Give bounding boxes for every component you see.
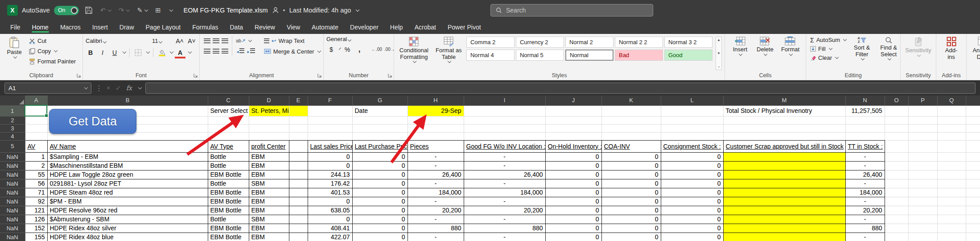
cell-J5[interactable]: On-Hold Inventory :: [545, 140, 601, 152]
cell-filler-NaN[interactable]: [966, 170, 980, 179]
cell-LNaN[interactable]: 0: [661, 224, 723, 233]
tab-view[interactable]: View: [281, 22, 306, 34]
cell-KNaN[interactable]: 0: [601, 224, 661, 233]
comma-format-button[interactable]: ,: [354, 44, 364, 54]
cell-KNaN[interactable]: 0: [601, 161, 661, 170]
row-header-3[interactable]: 3: [0, 124, 25, 132]
row-header-NaN[interactable]: NaN: [0, 161, 25, 170]
gallery-scrollbar[interactable]: ▲▼⌄: [716, 37, 722, 70]
cell-LNaN[interactable]: 0: [661, 215, 723, 224]
cell-A2[interactable]: [25, 116, 47, 124]
align-left-icon[interactable]: [204, 49, 210, 54]
align-middle-icon[interactable]: [213, 38, 219, 43]
cell-BNaN[interactable]: HDPE Law Toggle 28oz green: [47, 170, 208, 179]
cell-N1[interactable]: 11,257,505: [845, 105, 885, 116]
col-header-J[interactable]: J: [545, 96, 601, 105]
cell-GNaN[interactable]: 0: [352, 224, 408, 233]
cell-NNaN[interactable]: 880: [845, 224, 885, 233]
cell-L2[interactable]: [661, 116, 723, 124]
cell-filler-NaN[interactable]: [966, 224, 980, 233]
increase-font-button[interactable]: A˄: [175, 36, 185, 46]
borders-button[interactable]: [133, 47, 143, 58]
cell-FNaN[interactable]: 176.42: [308, 179, 352, 188]
cell-CNaN[interactable]: Bottle: [208, 152, 249, 161]
cell-KNaN[interactable]: 0: [601, 233, 661, 241]
cell-A3[interactable]: [25, 124, 47, 132]
cell-FNaN[interactable]: 638.05: [308, 206, 352, 215]
cell-INaN[interactable]: -: [464, 197, 545, 206]
cell-D2[interactable]: [249, 116, 289, 124]
cell-INaN[interactable]: 20,200: [464, 206, 545, 215]
bold-button[interactable]: B: [86, 47, 95, 58]
cell-F4[interactable]: [308, 132, 352, 140]
cell-ENaN[interactable]: [289, 197, 308, 206]
cell-PNaN[interactable]: [908, 152, 937, 161]
cell-LNaN[interactable]: 0: [661, 188, 723, 197]
cell-A5[interactable]: AV: [25, 140, 47, 152]
col-header-H[interactable]: H: [408, 96, 464, 105]
cell-H2[interactable]: [408, 116, 464, 124]
cell-NNaN[interactable]: -: [845, 197, 885, 206]
italic-button[interactable]: I: [98, 47, 107, 58]
cell-L5[interactable]: Consignment Stock :: [661, 140, 723, 152]
cell-ENaN[interactable]: [289, 170, 308, 179]
cell-filler-2[interactable]: [966, 116, 980, 124]
cell-C3[interactable]: [208, 124, 249, 132]
tab-review[interactable]: Review: [249, 22, 281, 34]
sensitivity-button[interactable]: Sensitivity: [903, 36, 933, 57]
underline-button[interactable]: U: [110, 47, 119, 58]
qat-overflow-button[interactable]: [167, 10, 174, 11]
last-modified-label[interactable]: Last Modified: 4h ago: [289, 7, 351, 14]
increase-decimal-button[interactable]: ←.00: [371, 47, 382, 52]
cell-LNaN[interactable]: 0: [661, 197, 723, 206]
cell-HNaN[interactable]: -: [408, 233, 464, 241]
cell-N4[interactable]: [845, 132, 885, 140]
cell-CNaN[interactable]: EBM Bottle: [208, 197, 249, 206]
cell-LNaN[interactable]: 0: [661, 233, 723, 241]
cell-QNaN[interactable]: [937, 197, 966, 206]
format-painter-button[interactable]: Format Painter: [28, 56, 77, 66]
cell-FNaN[interactable]: 244.13: [308, 170, 352, 179]
cell-JNaN[interactable]: 0: [545, 197, 601, 206]
font-size-select[interactable]: 11: [152, 37, 173, 44]
cell-G4[interactable]: [352, 132, 408, 140]
cell-A1[interactable]: [25, 105, 47, 116]
col-header-I[interactable]: I: [464, 96, 545, 105]
cell-F3[interactable]: [308, 124, 352, 132]
style-comma-2[interactable]: Comma 2: [466, 37, 515, 48]
row-header-4[interactable]: 4: [0, 132, 25, 140]
cell-filler-4[interactable]: [966, 132, 980, 140]
clear-button[interactable]: Clear: [809, 54, 848, 62]
cell-DNaN[interactable]: EBM: [249, 152, 289, 161]
cell-JNaN[interactable]: 0: [545, 215, 601, 224]
tab-developer[interactable]: Developer: [344, 22, 384, 34]
cell-N3[interactable]: [845, 124, 885, 132]
cell-M5[interactable]: Customer Scrap approved but still in Sto…: [723, 140, 845, 152]
cell-M4[interactable]: [723, 132, 845, 140]
cell-M2[interactable]: [723, 116, 845, 124]
cell-ANaN[interactable]: 1: [25, 152, 47, 161]
cell-PNaN[interactable]: [908, 215, 937, 224]
cell-MNaN[interactable]: [723, 197, 845, 206]
cell-PNaN[interactable]: [908, 206, 937, 215]
cell-CNaN[interactable]: EBM Bottle: [208, 170, 249, 179]
cell-HNaN[interactable]: -: [408, 179, 464, 188]
style-good[interactable]: Good: [664, 50, 712, 61]
cell-K5[interactable]: COA-INV: [601, 140, 661, 152]
cell-J4[interactable]: [545, 132, 601, 140]
cell-H5[interactable]: Pieces: [408, 140, 464, 152]
cell-HNaN[interactable]: -: [408, 152, 464, 161]
cell-BNaN[interactable]: HDPE Ridex 48oz blue: [47, 233, 208, 241]
col-header-N[interactable]: N: [845, 96, 885, 105]
save-button[interactable]: [83, 6, 95, 14]
cell-NNaN[interactable]: -: [845, 215, 885, 224]
format-cells-button[interactable]: Format: [778, 36, 802, 56]
cell-MNaN[interactable]: [723, 188, 845, 197]
cell-QNaN[interactable]: [937, 206, 966, 215]
align-top-icon[interactable]: [204, 38, 210, 43]
cell-ONaN[interactable]: [885, 233, 908, 241]
cell-JNaN[interactable]: 0: [545, 161, 601, 170]
cell-I4[interactable]: [464, 132, 545, 140]
tab-formulas[interactable]: Formulas: [186, 22, 224, 34]
cell-ONaN[interactable]: [885, 188, 908, 197]
